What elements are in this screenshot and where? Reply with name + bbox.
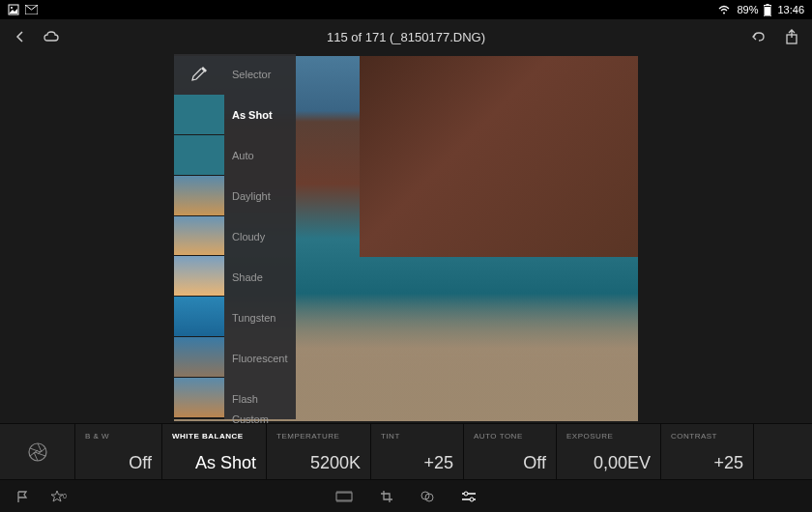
crop-icon[interactable] [380, 490, 393, 503]
param-label: CONTRAST [671, 432, 743, 441]
wb-thumb[interactable] [174, 95, 224, 135]
param-label: TEMPERATURE [276, 432, 361, 441]
svg-point-8 [29, 443, 46, 461]
param-label: B & W [85, 432, 152, 441]
mail-icon [25, 5, 38, 14]
wb-option-daylight[interactable]: Daylight [224, 176, 296, 216]
wifi-icon [717, 5, 731, 14]
presets-icon[interactable] [420, 490, 434, 503]
param-value: 0,00EV [566, 453, 651, 473]
wb-option-tungsten[interactable]: Tungsten [224, 298, 296, 338]
page-title: 115 of 171 (_8150177.DNG) [327, 30, 485, 44]
wb-thumb[interactable] [174, 135, 224, 176]
svg-point-3 [723, 13, 725, 14]
wb-thumb[interactable] [174, 176, 224, 216]
svg-rect-12 [336, 500, 352, 502]
lens-button[interactable] [0, 424, 75, 479]
param-temperature[interactable]: TEMPERATURE5200K [267, 424, 371, 479]
wb-thumb[interactable] [174, 418, 224, 419]
param-value: +25 [671, 453, 743, 473]
wb-option-cloudy[interactable]: Cloudy [224, 216, 296, 257]
param-b-w[interactable]: B & WOff [75, 424, 162, 479]
filmstrip-icon[interactable] [335, 490, 353, 503]
share-icon[interactable] [785, 29, 798, 44]
back-icon[interactable] [14, 30, 27, 43]
svg-rect-11 [336, 491, 352, 493]
param-label: EXPOSURE [566, 432, 651, 441]
image-icon [8, 4, 19, 15]
svg-text:0: 0 [63, 493, 67, 499]
battery-icon [764, 4, 771, 16]
param-contrast[interactable]: CONTRAST+25 [661, 424, 754, 479]
bottom-toolbar: 0 [0, 479, 812, 512]
adjust-icon[interactable] [461, 490, 477, 503]
wb-option-list: Selector As Shot Auto Daylight Cloudy Sh… [224, 54, 296, 419]
svg-point-1 [11, 7, 13, 9]
svg-rect-6 [765, 7, 770, 15]
param-white-balance[interactable]: WHITE BALANCEAs Shot [162, 424, 267, 479]
wb-thumb[interactable] [174, 256, 224, 297]
aperture-icon [27, 441, 48, 463]
flag-icon[interactable] [15, 490, 29, 503]
wb-thumb[interactable] [174, 216, 224, 257]
wb-thumb[interactable] [174, 378, 224, 418]
params-bar: B & WOffWHITE BALANCEAs ShotTEMPERATURE5… [0, 423, 812, 479]
wb-option-auto[interactable]: Auto [224, 135, 296, 176]
param-label: WHITE BALANCE [172, 432, 256, 441]
wb-option-as-shot[interactable]: As Shot [224, 95, 296, 135]
param-exposure[interactable]: EXPOSURE0,00EV [557, 424, 661, 479]
wb-option-fluorescent[interactable]: Fluorescent [224, 338, 296, 379]
param-label: AUTO TONE [474, 432, 546, 441]
android-status-bar: 89% 13:46 [0, 0, 812, 19]
param-value: 5200K [276, 453, 361, 473]
param-value: +25 [381, 453, 453, 473]
param-label: TINT [381, 432, 453, 441]
clock: 13:46 [777, 4, 804, 15]
eyedropper-cell [174, 54, 224, 95]
app-header: 115 of 171 (_8150177.DNG) [0, 19, 812, 54]
eyedropper-icon [189, 65, 209, 84]
param-value: Off [85, 453, 152, 473]
param-value: As Shot [172, 453, 256, 473]
param-auto-tone[interactable]: AUTO TONEOff [464, 424, 557, 479]
param-value: Off [474, 453, 546, 473]
wb-thumbnails [174, 54, 224, 419]
undo-icon[interactable] [750, 30, 768, 43]
param-tint[interactable]: TINT+25 [371, 424, 464, 479]
svg-rect-10 [336, 493, 352, 500]
star-rating-icon[interactable]: 0 [50, 490, 68, 503]
white-balance-panel: Selector As Shot Auto Daylight Cloudy Sh… [174, 54, 296, 419]
photo-canvas: Selector As Shot Auto Daylight Cloudy Sh… [0, 54, 812, 423]
wb-thumb[interactable] [174, 337, 224, 378]
wb-thumb[interactable] [174, 297, 224, 337]
svg-point-16 [470, 498, 474, 501]
svg-point-15 [464, 492, 468, 496]
battery-percent: 89% [737, 4, 758, 15]
cloud-icon[interactable] [43, 30, 62, 43]
wb-option-shade[interactable]: Shade [224, 257, 296, 298]
wb-option-selector[interactable]: Selector [224, 54, 296, 95]
